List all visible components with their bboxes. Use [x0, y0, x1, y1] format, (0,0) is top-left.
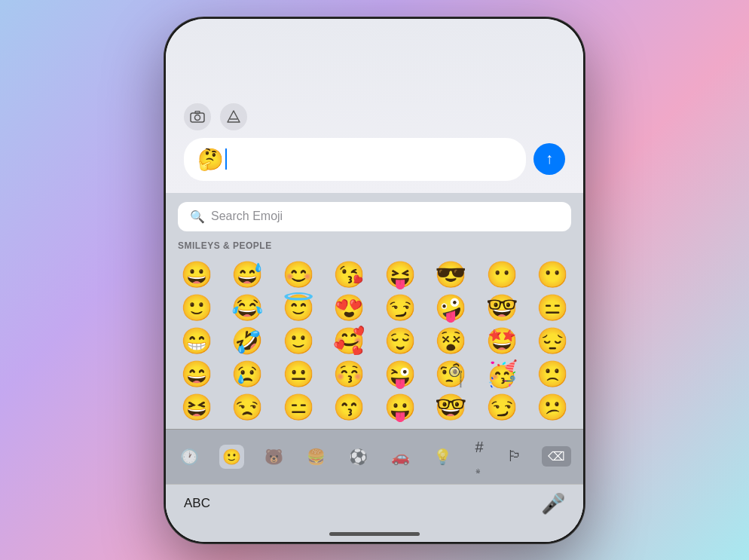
symbols-category-icon[interactable]: #※	[472, 436, 487, 478]
recent-category-icon[interactable]: 🕐	[177, 445, 202, 469]
emoji-cell[interactable]: 😵	[426, 325, 476, 357]
emoji-cell[interactable]: 😎	[426, 259, 476, 290]
food-category-icon[interactable]: 🍔	[304, 445, 329, 469]
emoji-cell[interactable]: 🤩	[477, 325, 527, 357]
emoji-cell[interactable]: 😀	[172, 259, 222, 290]
home-bar	[329, 532, 420, 536]
emoji-cell[interactable]: 🧐	[426, 358, 476, 390]
search-placeholder: Search Emoji	[211, 210, 283, 223]
emoji-cell[interactable]: 😚	[325, 358, 374, 390]
emoji-cell[interactable]: 😜	[375, 358, 425, 390]
keyboard-area: 🔍 Search Emoji SMILEYS & PEOPLE 😀 😅 😊 😘 …	[166, 193, 583, 542]
emoji-cell[interactable]: 😏	[477, 391, 527, 423]
camera-icon[interactable]	[184, 103, 211, 130]
emoji-cell[interactable]: 😄	[172, 358, 222, 390]
message-input-row: 🤔 ↑	[184, 138, 565, 181]
svg-point-1	[195, 115, 200, 120]
app-store-icon[interactable]	[220, 103, 247, 130]
emoji-cell[interactable]: 😑	[274, 391, 323, 423]
emoji-cell[interactable]: 🤣	[223, 325, 273, 357]
emoji-cell[interactable]: 🥳	[477, 358, 527, 390]
message-area: 🤔 ↑	[166, 19, 583, 193]
category-bar: 🕐 🙂 🐻 🍔 ⚽ 🚗 💡 #※ 🏳 ⌫	[166, 429, 583, 484]
emoji-cell[interactable]: 😌	[375, 325, 425, 357]
send-button[interactable]: ↑	[533, 143, 565, 175]
emoji-cell[interactable]: 😆	[172, 391, 222, 423]
emoji-cell[interactable]: 😊	[274, 259, 323, 290]
emoji-cell[interactable]: 🤓	[477, 292, 527, 323]
smileys-category-icon[interactable]: 🙂	[219, 445, 244, 469]
emoji-cell[interactable]: 😐	[274, 358, 323, 390]
flags-category-icon[interactable]: 🏳	[504, 445, 525, 468]
bottom-bar: ABC 🎤	[166, 484, 583, 532]
emoji-cell[interactable]: 🤪	[426, 292, 476, 323]
travel-category-icon[interactable]: 🚗	[388, 445, 413, 469]
emoji-cell[interactable]: 😢	[223, 358, 273, 390]
emoji-cell[interactable]: 🥰	[325, 325, 374, 357]
emoji-cell[interactable]: 😇	[274, 292, 323, 323]
emoji-cell[interactable]: 😶	[528, 259, 578, 290]
emoji-cell[interactable]: 🙂	[274, 325, 323, 357]
emoji-cell[interactable]: 😙	[325, 391, 374, 423]
emoji-cell[interactable]: 😂	[223, 292, 273, 323]
emoji-cell[interactable]: 😶	[477, 259, 527, 290]
emoji-cell[interactable]: 😕	[528, 391, 578, 423]
send-arrow-icon: ↑	[546, 150, 553, 167]
phone-frame: 🤔 ↑ 🔍 Search Emoji SMILEYS & PEOPLE	[164, 17, 585, 544]
home-indicator	[166, 532, 583, 542]
toolbar-icons	[184, 103, 565, 130]
abc-keyboard-button[interactable]: ABC	[184, 496, 210, 511]
emoji-grid: 😀 😅 😊 😘 😝 😎 😶 😶 🙂 😂 😇 😍 😏 🤪 🤓 😑 😁	[166, 256, 583, 429]
text-cursor	[225, 148, 227, 170]
emoji-cell[interactable]: 😔	[528, 325, 578, 357]
emoji-cell[interactable]: 😏	[375, 292, 425, 323]
search-bar: 🔍 Search Emoji	[166, 193, 583, 237]
search-input[interactable]: 🔍 Search Emoji	[178, 202, 571, 231]
search-icon: 🔍	[190, 210, 205, 224]
emoji-cell[interactable]: 😛	[375, 391, 425, 423]
animals-category-icon[interactable]: 🐻	[261, 445, 286, 469]
emoji-cell[interactable]: 🙁	[528, 358, 578, 390]
emoji-cell[interactable]: 😒	[223, 391, 273, 423]
svg-rect-2	[195, 111, 200, 113]
microphone-icon[interactable]: 🎤	[541, 492, 565, 516]
delete-key[interactable]: ⌫	[542, 446, 571, 467]
objects-category-icon[interactable]: 💡	[430, 445, 455, 469]
message-emoji: 🤔	[197, 147, 224, 172]
activities-category-icon[interactable]: ⚽	[346, 445, 371, 469]
emoji-cell[interactable]: 😍	[325, 292, 374, 323]
category-label: SMILEYS & PEOPLE	[166, 237, 583, 256]
emoji-cell[interactable]: 😑	[528, 292, 578, 323]
emoji-cell[interactable]: 😅	[223, 259, 273, 290]
emoji-cell[interactable]: 😁	[172, 325, 222, 357]
phone-inner: 🤔 ↑ 🔍 Search Emoji SMILEYS & PEOPLE	[166, 19, 583, 542]
emoji-cell[interactable]: 🙂	[172, 292, 222, 323]
emoji-cell[interactable]: 🤓	[426, 391, 476, 423]
emoji-cell[interactable]: 😘	[325, 259, 374, 290]
message-input-bubble[interactable]: 🤔	[184, 138, 526, 181]
emoji-cell[interactable]: 😝	[375, 259, 425, 290]
